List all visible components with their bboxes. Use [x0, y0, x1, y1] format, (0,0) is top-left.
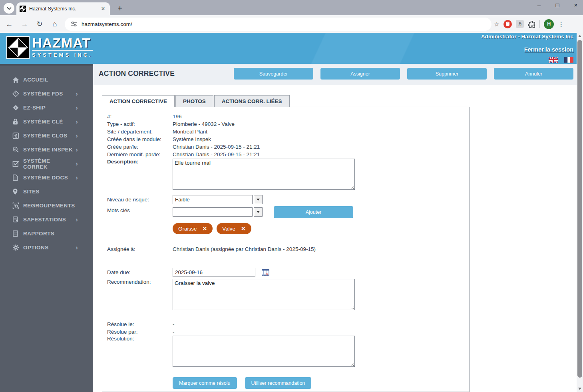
browser-tab-strip: Hazmat Systems Inc. × + – □ ×: [0, 0, 583, 15]
scroll-down-arrow-icon[interactable]: [578, 388, 581, 390]
use-recommendation-button[interactable]: Utiliser recommandation: [245, 377, 312, 389]
risk-level-input[interactable]: [173, 195, 253, 204]
sidebar-item-ez-ship[interactable]: EZ-SHIP ›: [0, 101, 93, 115]
remove-tag-icon[interactable]: ✕: [241, 225, 246, 232]
france-flag-icon[interactable]: [564, 57, 573, 63]
tab-photos[interactable]: PHOTOS: [175, 95, 213, 107]
logo-line2: SYSTEMS INC.: [32, 52, 93, 58]
bookmark-star-icon[interactable]: ☆: [494, 20, 499, 28]
window-close-button[interactable]: ×: [572, 2, 580, 8]
site-header: HAZMAT SYSTEMS INC. Administrator - Hazm…: [0, 33, 577, 64]
document-icon: [12, 174, 20, 181]
scroll-up-arrow-icon[interactable]: [578, 35, 581, 37]
reload-button[interactable]: ↻: [34, 20, 46, 28]
hazmat-logo[interactable]: HAZMAT SYSTEMS INC.: [6, 36, 93, 59]
adblocker-extension-icon[interactable]: [503, 20, 512, 28]
h-extension-icon[interactable]: ℏ: [516, 20, 524, 28]
keyword-tags: Graisse ✕ Valve ✕: [173, 223, 469, 234]
window-minimize-button[interactable]: –: [535, 2, 543, 8]
risk-level-dropdown-button[interactable]: [254, 195, 263, 204]
calendar-picker-icon[interactable]: [262, 269, 269, 276]
due-date-input[interactable]: [173, 268, 255, 277]
action-corrective-form: #:196 Type - actif:Plomberie - 49032 - V…: [102, 107, 470, 392]
risk-level-label: Niveau de risque:: [107, 197, 173, 203]
forward-button[interactable]: →: [18, 20, 30, 28]
site-settings-icon[interactable]: [70, 21, 78, 27]
page-scrollbar[interactable]: [577, 33, 583, 392]
dropdown-arrow-icon: [257, 199, 260, 201]
tag-label: Valve: [222, 226, 235, 232]
new-tab-button[interactable]: +: [115, 4, 125, 13]
resolution-textarea[interactable]: [173, 336, 355, 367]
save-button[interactable]: Sauvegarder: [234, 68, 313, 80]
browser-tab[interactable]: Hazmat Systems Inc. ×: [16, 2, 110, 15]
extensions-puzzle-icon[interactable]: [528, 20, 535, 28]
lock-icon: [12, 118, 20, 125]
sidebar-item-systeme-cle[interactable]: SYSTÈME CLÉ ›: [0, 115, 93, 129]
tab-actions-corr-liees[interactable]: ACTIONS CORR. LIÉES: [214, 95, 290, 107]
sidebar-item-sites[interactable]: SITES: [0, 185, 93, 199]
safestation-icon: [12, 216, 20, 223]
sidebar-item-systeme-clos[interactable]: SYSTÈME CLOS ›: [0, 129, 93, 143]
tab-search-button[interactable]: [4, 3, 14, 14]
toolbar-separator: [539, 20, 540, 28]
chevron-down-icon: [7, 7, 12, 10]
keywords-label: Mots clés: [107, 207, 173, 218]
keyword-tag: Graisse ✕: [173, 223, 213, 234]
sidebar-item-systeme-inspek[interactable]: SYSTÈME INSPEK ›: [0, 143, 93, 157]
hazmat-logo-icon: [6, 36, 30, 59]
home-icon: [12, 76, 20, 84]
tab-close-icon[interactable]: ×: [99, 5, 107, 12]
remove-tag-icon[interactable]: ✕: [203, 225, 207, 232]
sidebar-item-options[interactable]: OPTIONS ›: [0, 241, 93, 255]
mark-resolved-button[interactable]: Marquer comme résolu: [173, 377, 237, 389]
sidebar-item-regroupements[interactable]: REGROUPEMENTS: [0, 199, 93, 213]
sidebar-item-accueil[interactable]: ACCUEIL: [0, 73, 93, 87]
cancel-button[interactable]: Annuler: [494, 68, 573, 80]
url-text[interactable]: hazmatsystems.com/: [82, 21, 132, 27]
resolved-by-label: Résolue par:: [107, 328, 173, 336]
title-band: ACTION CORRECTIVE Sauvegarder Assigner S…: [93, 64, 577, 85]
scrollbar-thumb[interactable]: [577, 40, 582, 378]
logout-link[interactable]: Fermer la session: [524, 46, 573, 53]
logged-in-user: Administrator - Hazmat Systems Inc: [481, 34, 573, 40]
number-value: 196: [173, 113, 182, 120]
content-tabs: ACTION CORRECTIVE PHOTOS ACTIONS CORR. L…: [102, 95, 291, 107]
recommendation-textarea[interactable]: Graisser la valve: [173, 279, 355, 310]
sidebar-item-safestations[interactable]: SAFESTATIONS ›: [0, 213, 93, 227]
window-maximize-button[interactable]: □: [553, 2, 561, 8]
keywords-dropdown-button[interactable]: [254, 207, 263, 217]
module-label: Créée dans le module:: [107, 135, 173, 143]
sidebar-item-systeme-docs[interactable]: SYSTÈME DOCS ›: [0, 171, 93, 185]
sidebar-item-systeme-correk[interactable]: SYSTÈME CORREK ›: [0, 157, 93, 171]
grouping-icon: [12, 202, 20, 209]
home-button[interactable]: ⌂: [49, 20, 61, 28]
back-button[interactable]: ←: [3, 20, 15, 28]
description-label: Description:: [107, 159, 173, 190]
modified-value: Christian Danis - 2025-09-15 - 21:21: [173, 151, 260, 158]
page-title: ACTION CORRECTIVE: [99, 70, 175, 78]
delete-button[interactable]: Supprimer: [407, 68, 487, 80]
keywords-input[interactable]: [173, 207, 253, 217]
assign-button[interactable]: Assigner: [320, 68, 400, 80]
tag-label: Graisse: [178, 226, 197, 232]
confined-space-icon: [12, 132, 20, 139]
sidebar-item-rapports[interactable]: RAPPORTS: [0, 227, 93, 241]
map-pin-icon: [12, 188, 20, 195]
sidebar-item-systeme-fds[interactable]: SYSTÈME FDS ›: [0, 87, 93, 101]
site-favicon: [20, 6, 26, 12]
browser-toolbar: ← → ↻ ⌂ hazmatsystems.com/ ☆ ℏ H ⋮: [0, 15, 583, 33]
dropdown-arrow-icon: [257, 211, 260, 213]
hand-icon: [505, 22, 510, 26]
checkbox-icon: [12, 160, 20, 167]
profile-avatar[interactable]: H: [544, 19, 554, 29]
uk-flag-icon[interactable]: [549, 57, 558, 63]
description-textarea[interactable]: Elle tourne mal: [173, 159, 355, 190]
hazard-diamond-icon: [12, 90, 20, 98]
add-keyword-button[interactable]: Ajouter: [274, 206, 353, 218]
tab-action-corrective[interactable]: ACTION CORRECTIVE: [102, 95, 175, 107]
address-bar[interactable]: hazmatsystems.com/: [65, 18, 491, 31]
logo-line1: HAZMAT: [32, 36, 93, 51]
browser-menu-icon[interactable]: ⋮: [558, 20, 564, 28]
resolution-label: Résolution:: [107, 336, 173, 367]
